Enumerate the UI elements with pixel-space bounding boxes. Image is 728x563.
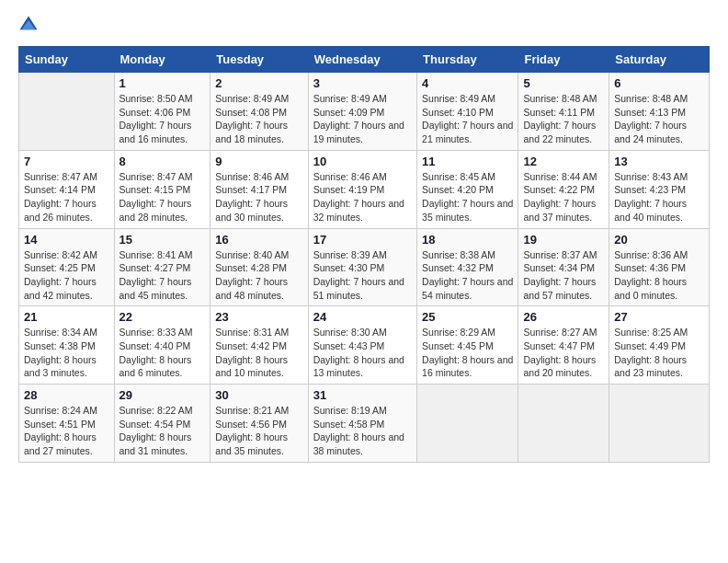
day-number: 17 xyxy=(313,233,412,247)
calendar-cell: 5Sunrise: 8:48 AM Sunset: 4:11 PM Daylig… xyxy=(518,73,609,151)
day-info: Sunrise: 8:39 AM Sunset: 4:30 PM Dayligh… xyxy=(313,248,412,303)
day-info: Sunrise: 8:34 AM Sunset: 4:38 PM Dayligh… xyxy=(24,326,109,380)
day-number: 29 xyxy=(119,388,206,402)
header xyxy=(18,15,710,37)
calendar-cell: 13Sunrise: 8:43 AM Sunset: 4:23 PM Dayli… xyxy=(609,150,710,228)
calendar-cell: 26Sunrise: 8:27 AM Sunset: 4:47 PM Dayli… xyxy=(518,306,609,385)
week-row-3: 21Sunrise: 8:34 AM Sunset: 4:38 PM Dayli… xyxy=(19,306,710,385)
day-info: Sunrise: 8:19 AM Sunset: 4:58 PM Dayligh… xyxy=(313,404,412,458)
day-info: Sunrise: 8:37 AM Sunset: 4:34 PM Dayligh… xyxy=(523,248,604,303)
day-number: 28 xyxy=(24,388,109,402)
day-info: Sunrise: 8:45 AM Sunset: 4:20 PM Dayligh… xyxy=(422,170,513,224)
day-info: Sunrise: 8:42 AM Sunset: 4:25 PM Dayligh… xyxy=(24,248,109,303)
calendar-cell: 9Sunrise: 8:46 AM Sunset: 4:17 PM Daylig… xyxy=(210,150,308,228)
day-number: 5 xyxy=(523,76,604,90)
calendar-cell: 17Sunrise: 8:39 AM Sunset: 4:30 PM Dayli… xyxy=(308,228,416,306)
day-info: Sunrise: 8:24 AM Sunset: 4:51 PM Dayligh… xyxy=(24,404,109,458)
day-number: 21 xyxy=(24,310,109,324)
day-number: 10 xyxy=(313,155,412,168)
calendar-cell: 25Sunrise: 8:29 AM Sunset: 4:45 PM Dayli… xyxy=(417,306,518,385)
calendar-cell xyxy=(518,385,609,463)
weekday-header-row: SundayMondayTuesdayWednesdayThursdayFrid… xyxy=(19,47,710,73)
calendar-cell: 21Sunrise: 8:34 AM Sunset: 4:38 PM Dayli… xyxy=(19,306,115,385)
day-number: 23 xyxy=(215,310,302,324)
calendar-cell: 27Sunrise: 8:25 AM Sunset: 4:49 PM Dayli… xyxy=(609,306,710,385)
day-number: 31 xyxy=(313,388,412,402)
day-info: Sunrise: 8:30 AM Sunset: 4:43 PM Dayligh… xyxy=(313,326,412,380)
day-number: 4 xyxy=(422,76,513,90)
week-row-0: 1Sunrise: 8:50 AM Sunset: 4:06 PM Daylig… xyxy=(19,73,710,151)
calendar-cell: 15Sunrise: 8:41 AM Sunset: 4:27 PM Dayli… xyxy=(114,228,210,306)
day-number: 7 xyxy=(24,155,109,168)
day-info: Sunrise: 8:44 AM Sunset: 4:22 PM Dayligh… xyxy=(523,170,604,224)
day-number: 14 xyxy=(24,233,109,247)
day-number: 2 xyxy=(215,76,302,90)
calendar-cell: 31Sunrise: 8:19 AM Sunset: 4:58 PM Dayli… xyxy=(308,385,416,463)
calendar-cell: 4Sunrise: 8:49 AM Sunset: 4:10 PM Daylig… xyxy=(417,73,518,151)
calendar-cell: 10Sunrise: 8:46 AM Sunset: 4:19 PM Dayli… xyxy=(308,150,416,228)
day-info: Sunrise: 8:49 AM Sunset: 4:08 PM Dayligh… xyxy=(215,92,302,146)
weekday-header-saturday: Saturday xyxy=(609,47,710,73)
day-number: 27 xyxy=(614,310,704,324)
calendar-cell: 20Sunrise: 8:36 AM Sunset: 4:36 PM Dayli… xyxy=(609,228,710,306)
calendar-cell: 7Sunrise: 8:47 AM Sunset: 4:14 PM Daylig… xyxy=(19,150,115,228)
day-number: 18 xyxy=(422,233,513,247)
calendar-cell: 3Sunrise: 8:49 AM Sunset: 4:09 PM Daylig… xyxy=(308,73,416,151)
day-number: 24 xyxy=(313,310,412,324)
calendar-cell: 1Sunrise: 8:50 AM Sunset: 4:06 PM Daylig… xyxy=(114,73,210,151)
calendar-cell: 28Sunrise: 8:24 AM Sunset: 4:51 PM Dayli… xyxy=(19,385,115,463)
day-info: Sunrise: 8:50 AM Sunset: 4:06 PM Dayligh… xyxy=(119,92,206,146)
calendar-table: SundayMondayTuesdayWednesdayThursdayFrid… xyxy=(18,46,710,463)
day-info: Sunrise: 8:29 AM Sunset: 4:45 PM Dayligh… xyxy=(422,326,513,380)
week-row-4: 28Sunrise: 8:24 AM Sunset: 4:51 PM Dayli… xyxy=(19,385,710,463)
logo-icon xyxy=(18,15,39,35)
calendar-cell: 19Sunrise: 8:37 AM Sunset: 4:34 PM Dayli… xyxy=(518,228,609,306)
calendar-cell: 24Sunrise: 8:30 AM Sunset: 4:43 PM Dayli… xyxy=(308,306,416,385)
day-number: 16 xyxy=(215,233,302,247)
day-info: Sunrise: 8:21 AM Sunset: 4:56 PM Dayligh… xyxy=(215,404,302,458)
day-number: 20 xyxy=(614,233,704,247)
weekday-header-sunday: Sunday xyxy=(19,47,115,73)
day-info: Sunrise: 8:47 AM Sunset: 4:15 PM Dayligh… xyxy=(119,170,206,224)
logo xyxy=(18,15,40,37)
week-row-2: 14Sunrise: 8:42 AM Sunset: 4:25 PM Dayli… xyxy=(19,228,710,306)
day-info: Sunrise: 8:31 AM Sunset: 4:42 PM Dayligh… xyxy=(215,326,302,380)
main-container: SundayMondayTuesdayWednesdayThursdayFrid… xyxy=(0,0,728,472)
day-number: 19 xyxy=(523,233,604,247)
day-number: 15 xyxy=(119,233,206,247)
day-number: 22 xyxy=(119,310,206,324)
calendar-cell: 6Sunrise: 8:48 AM Sunset: 4:13 PM Daylig… xyxy=(609,73,710,151)
day-number: 6 xyxy=(614,76,704,90)
day-number: 3 xyxy=(313,76,412,90)
day-info: Sunrise: 8:38 AM Sunset: 4:32 PM Dayligh… xyxy=(422,248,513,303)
calendar-cell: 2Sunrise: 8:49 AM Sunset: 4:08 PM Daylig… xyxy=(210,73,308,151)
day-number: 26 xyxy=(523,310,604,324)
calendar-cell: 29Sunrise: 8:22 AM Sunset: 4:54 PM Dayli… xyxy=(114,385,210,463)
weekday-header-thursday: Thursday xyxy=(417,47,518,73)
calendar-cell: 16Sunrise: 8:40 AM Sunset: 4:28 PM Dayli… xyxy=(210,228,308,306)
weekday-header-monday: Monday xyxy=(114,47,210,73)
calendar-cell: 8Sunrise: 8:47 AM Sunset: 4:15 PM Daylig… xyxy=(114,150,210,228)
day-info: Sunrise: 8:25 AM Sunset: 4:49 PM Dayligh… xyxy=(614,326,704,380)
day-info: Sunrise: 8:36 AM Sunset: 4:36 PM Dayligh… xyxy=(614,248,704,303)
day-number: 30 xyxy=(215,388,302,402)
day-number: 8 xyxy=(119,155,206,168)
calendar-cell: 22Sunrise: 8:33 AM Sunset: 4:40 PM Dayli… xyxy=(114,306,210,385)
day-number: 11 xyxy=(422,155,513,168)
calendar-cell: 23Sunrise: 8:31 AM Sunset: 4:42 PM Dayli… xyxy=(210,306,308,385)
day-info: Sunrise: 8:49 AM Sunset: 4:10 PM Dayligh… xyxy=(422,92,513,146)
calendar-cell xyxy=(609,385,710,463)
day-info: Sunrise: 8:48 AM Sunset: 4:13 PM Dayligh… xyxy=(614,92,704,146)
calendar-cell xyxy=(417,385,518,463)
day-info: Sunrise: 8:40 AM Sunset: 4:28 PM Dayligh… xyxy=(215,248,302,303)
day-number: 1 xyxy=(119,76,206,90)
calendar-cell: 14Sunrise: 8:42 AM Sunset: 4:25 PM Dayli… xyxy=(19,228,115,306)
day-info: Sunrise: 8:27 AM Sunset: 4:47 PM Dayligh… xyxy=(523,326,604,380)
day-info: Sunrise: 8:22 AM Sunset: 4:54 PM Dayligh… xyxy=(119,404,206,458)
day-info: Sunrise: 8:41 AM Sunset: 4:27 PM Dayligh… xyxy=(119,248,206,303)
day-info: Sunrise: 8:48 AM Sunset: 4:11 PM Dayligh… xyxy=(523,92,604,146)
weekday-header-tuesday: Tuesday xyxy=(210,47,308,73)
day-info: Sunrise: 8:47 AM Sunset: 4:14 PM Dayligh… xyxy=(24,170,109,224)
calendar-cell: 12Sunrise: 8:44 AM Sunset: 4:22 PM Dayli… xyxy=(518,150,609,228)
weekday-header-friday: Friday xyxy=(518,47,609,73)
